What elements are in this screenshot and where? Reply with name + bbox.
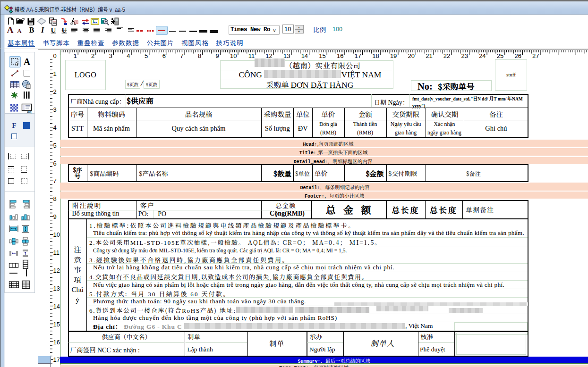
svg-text:ab|: ab| xyxy=(27,110,32,114)
